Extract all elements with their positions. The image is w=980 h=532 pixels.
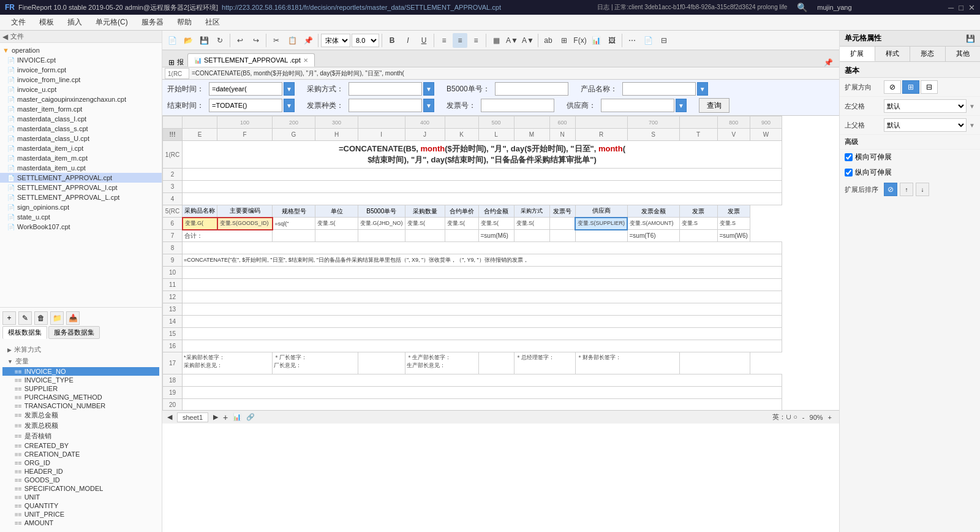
cell-6-t[interactable]: 变量.S <box>679 218 717 230</box>
cell-6-r[interactable]: 变量.S(SUPPLIER) <box>575 218 627 230</box>
zoom-btn-plus[interactable]: + <box>826 414 834 421</box>
tab-pin-icon[interactable]: 📌 <box>820 58 837 67</box>
var-spec-model[interactable]: ≡≡ SPECIFICATION_MODEL <box>2 484 159 493</box>
file-state-u[interactable]: 📄 state_u.cpt <box>0 212 162 222</box>
copy-btn[interactable]: 📋 <box>285 33 300 48</box>
edit-btn[interactable]: ✎ <box>18 311 32 325</box>
purchase-method-dropdown[interactable]: ▼ <box>423 82 434 96</box>
delete-btn[interactable]: 🗑 <box>34 311 48 325</box>
cut-btn[interactable]: ✂ <box>269 33 284 48</box>
tab-other[interactable]: 其他 <box>946 47 981 61</box>
sheet-icon-2[interactable]: 🔗 <box>246 413 255 421</box>
query-button[interactable]: 查询 <box>699 98 729 113</box>
start-time-dropdown[interactable]: ▼ <box>284 82 295 96</box>
expand-vertical-btn[interactable]: ⊟ <box>921 80 938 94</box>
col-K[interactable]: K <box>445 129 478 141</box>
more-btn[interactable]: ⋯ <box>625 33 639 48</box>
tab-style[interactable]: 样式 <box>875 47 911 61</box>
file-masterdata-class-i[interactable]: 📄 masterdata_class_I.cpt <box>0 114 162 124</box>
menu-insert[interactable]: 插入 <box>61 16 88 29</box>
scroll-right-icon[interactable]: ▶ <box>213 413 218 421</box>
wrap-btn[interactable]: ab <box>541 33 556 48</box>
tab-template-dataset[interactable]: 模板数据集 <box>2 326 47 339</box>
file-master-item-form[interactable]: 📄 master_item_form.cpt <box>0 104 162 114</box>
file-invoice-form[interactable]: 📄 invoice_form.cpt <box>0 65 162 75</box>
purchase-method-input[interactable] <box>349 82 422 96</box>
file-sign-opinions[interactable]: 📄 sign_opinions.cpt <box>0 202 162 212</box>
add-btn[interactable]: + <box>2 311 16 325</box>
menu-community[interactable]: 社区 <box>199 16 226 29</box>
header-invoice-no[interactable]: 发票号 <box>549 205 575 218</box>
undo-btn[interactable]: ↩ <box>233 33 247 48</box>
cell-9-formula[interactable]: =CONCATENATE("在", $开始时间, "日至", $结束时间, "日… <box>183 254 782 267</box>
file-masterdata-item-m[interactable]: 📄 masterdata_item_m.cpt <box>0 153 162 163</box>
header-amount[interactable]: 合约金额 <box>478 205 514 218</box>
tab-close-icon[interactable]: ✕ <box>303 57 308 64</box>
expand-disable-btn[interactable]: ⊘ <box>884 80 901 94</box>
var-invoice-tax[interactable]: ≡≡ 发票总税额 <box>2 420 159 431</box>
header-supplier[interactable]: 供应商 <box>575 205 627 218</box>
variables-section[interactable]: ▼ 变量 <box>2 355 159 367</box>
header-main-code[interactable]: 主要要编码 <box>217 205 273 218</box>
header-invoice2[interactable]: 发票 <box>717 205 750 218</box>
italic-btn[interactable]: I <box>401 33 415 48</box>
formula-concat-cell[interactable]: =CONCATENATE(B5, month($开始时间), "月", day(… <box>183 141 782 169</box>
cell-17-purchase-sig[interactable]: *采购部长签字：采购部长意见： <box>183 352 273 374</box>
file-invoice-u[interactable]: 📄 invoice_u.cpt <box>0 85 162 94</box>
var-invoice-type[interactable]: ≡≡ INVOICE_TYPE <box>2 376 159 384</box>
upper-parent-select[interactable]: 默认 <box>884 118 967 132</box>
var-purchasing-method[interactable]: ≡≡ PURCHASING_METHOD <box>2 393 159 401</box>
file-masterdata-item-u[interactable]: 📄 masterdata_item_u.cpt <box>0 163 162 173</box>
cell-6-i[interactable]: 变量.G(JHD_NO) <box>358 218 405 230</box>
folder-btn[interactable]: 📁 <box>50 311 64 325</box>
product-name-input[interactable] <box>622 82 696 96</box>
var-unit-price[interactable]: ≡≡ UNIT_PRICE <box>2 510 159 519</box>
close-button[interactable]: ✕ <box>968 3 975 12</box>
col-F[interactable]: F <box>217 129 273 141</box>
refresh-btn[interactable]: ↻ <box>213 33 227 48</box>
menu-file[interactable]: 文件 <box>5 16 32 29</box>
menu-help[interactable]: 帮助 <box>171 16 198 29</box>
cell-7-v[interactable]: =sum(W6) <box>717 230 750 242</box>
page-btn[interactable]: 📄 <box>641 33 655 48</box>
end-time-dropdown[interactable]: ▼ <box>284 99 295 112</box>
open-btn[interactable]: 📂 <box>181 33 195 48</box>
file-invoice-from-line[interactable]: 📄 invoice_from_line.cpt <box>0 75 162 85</box>
font-color-btn[interactable]: A▼ <box>521 33 535 48</box>
fill-color-btn[interactable]: A▼ <box>505 33 519 48</box>
cell-7-l[interactable]: =sum(M6) <box>478 230 514 242</box>
end-time-input[interactable] <box>209 99 282 112</box>
cell-6-k[interactable]: 变量.S( <box>445 218 478 230</box>
var-org-id[interactable]: ≡≡ ORG_ID <box>2 458 159 467</box>
supplier-input[interactable] <box>601 99 674 112</box>
supplier-dropdown[interactable]: ▼ <box>676 99 687 112</box>
maximize-button[interactable]: □ <box>959 3 963 12</box>
tab-settlement-approval[interactable]: 📊 SETTLEMENT_APPROVAL .cpt ✕ <box>187 53 315 67</box>
horizontal-expand-checkbox[interactable] <box>845 153 853 161</box>
paste-btn[interactable]: 📌 <box>301 33 315 48</box>
var-creation-date[interactable]: ≡≡ CREATION_DATE <box>2 450 159 458</box>
header-invoice-amount[interactable]: 发票金额 <box>627 205 679 218</box>
file-workbook107[interactable]: 📄 WorkBook107.cpt <box>0 222 162 232</box>
font-size-select[interactable]: 8.0 <box>352 34 379 47</box>
file-INVOICE[interactable]: 📄 INVOICE.cpt <box>0 55 162 65</box>
menu-cell[interactable]: 单元格(C) <box>89 16 134 29</box>
grid-wrapper[interactable]: 100 200 300 400 500 600 700 <box>162 116 839 410</box>
var-quantity[interactable]: ≡≡ QUANTITY <box>2 501 159 510</box>
align-left-btn[interactable]: ≡ <box>437 33 451 48</box>
var-reconciled[interactable]: ≡≡ 是否核销 <box>2 431 159 441</box>
vertical-expand-checkbox[interactable] <box>845 169 853 177</box>
panel-save-icon[interactable]: 💾 <box>966 34 975 43</box>
save-btn[interactable]: 💾 <box>197 33 211 48</box>
sort-asc-btn[interactable]: ↑ <box>900 183 913 196</box>
col-H[interactable]: H <box>315 129 358 141</box>
col-R[interactable]: R <box>575 129 627 141</box>
add-sheet-icon[interactable]: + <box>223 412 228 422</box>
import-btn[interactable]: 📥 <box>66 311 80 325</box>
header-unit[interactable]: 单位 <box>315 205 358 218</box>
product-name-dropdown[interactable]: ▼ <box>697 82 708 96</box>
col-V[interactable]: V <box>717 129 750 141</box>
cell-6-g[interactable]: =sql(" <box>273 218 315 230</box>
cell-17-production-sig[interactable]: ＊生产部长签字：生产部长意见： <box>405 352 478 374</box>
header-purchase-name[interactable]: 采购品名称 <box>183 205 217 218</box>
